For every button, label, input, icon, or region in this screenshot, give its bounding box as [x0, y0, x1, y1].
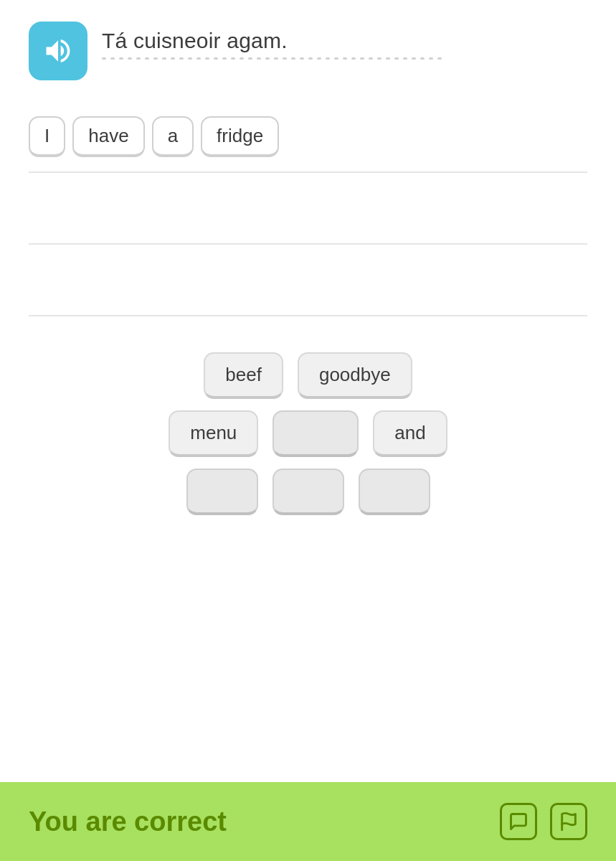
dot [240, 57, 244, 60]
dot [394, 57, 399, 60]
dot [403, 57, 407, 60]
dot [205, 57, 209, 60]
dot [343, 57, 347, 60]
speaker-icon [42, 35, 74, 67]
answer-tile-a[interactable]: a [152, 116, 194, 157]
answer-tile-i[interactable]: I [29, 116, 65, 157]
dot [265, 57, 270, 60]
dot [119, 57, 123, 60]
dot [136, 57, 141, 60]
comment-button[interactable] [500, 803, 537, 840]
prompt-row: Tá cuisneoir agam. [29, 22, 587, 80]
dot [102, 57, 106, 60]
speaker-button[interactable] [29, 22, 87, 80]
word-bank-row-3 [186, 469, 430, 515]
dot [429, 57, 433, 60]
dot [300, 57, 304, 60]
word-bank: beef goodbye menu and [29, 331, 587, 530]
dot [128, 57, 132, 60]
dot [291, 57, 295, 60]
dot [308, 57, 313, 60]
answer-tile-fridge[interactable]: fridge [201, 116, 279, 157]
answer-tile-have[interactable]: have [72, 116, 144, 157]
result-text: You are correct [29, 806, 227, 837]
dot [257, 57, 261, 60]
dot [196, 57, 201, 60]
dot [179, 57, 184, 60]
drop-zone-third [29, 259, 587, 316]
bank-tile-and[interactable]: and [373, 410, 447, 457]
dot [222, 57, 227, 60]
dot [231, 57, 235, 60]
dot [283, 57, 287, 60]
dot [153, 57, 158, 60]
dot [377, 57, 382, 60]
dot [162, 57, 166, 60]
bank-tile-empty-3 [273, 469, 344, 515]
dot [334, 57, 338, 60]
dot [248, 57, 252, 60]
bank-tile-goodbye[interactable]: goodbye [298, 352, 412, 399]
word-bank-row-2: menu and [169, 410, 447, 457]
prompt-dots [102, 57, 442, 60]
answer-area: I have a fridge [29, 109, 587, 173]
flag-button[interactable] [550, 803, 587, 840]
prompt-text-area: Tá cuisneoir agam. [102, 22, 442, 60]
bank-tile-menu[interactable]: menu [169, 410, 258, 457]
dot [317, 57, 321, 60]
dot [326, 57, 330, 60]
dot [171, 57, 175, 60]
dot [145, 57, 149, 60]
result-banner: You are correct [0, 782, 616, 861]
word-bank-row-1: beef goodbye [204, 352, 412, 399]
dot [437, 57, 442, 60]
bank-tile-beef[interactable]: beef [204, 352, 283, 399]
bank-tile-empty-2 [186, 469, 258, 515]
bank-tile-empty-4 [359, 469, 430, 515]
flag-icon [559, 811, 579, 832]
comment-icon [508, 811, 529, 832]
dot [386, 57, 390, 60]
dot [110, 57, 115, 60]
bank-tile-empty-1 [273, 410, 359, 457]
drop-zone-second [29, 187, 587, 245]
result-icons [500, 803, 587, 840]
dot [412, 57, 416, 60]
dot [274, 57, 278, 60]
dot [360, 57, 364, 60]
dot [188, 57, 192, 60]
dot [420, 57, 425, 60]
dot [214, 57, 218, 60]
dot [369, 57, 373, 60]
dot [351, 57, 356, 60]
irish-text: Tá cuisneoir agam. [102, 29, 442, 53]
